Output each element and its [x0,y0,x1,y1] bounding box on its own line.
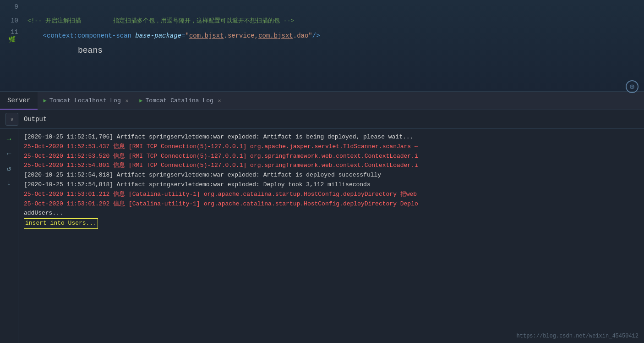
output-header: ∨ Output [0,110,644,129]
log-highlighted-text: insert into Users... [24,218,98,229]
tag-close: /> [312,32,320,39]
down-button[interactable]: ↓ [2,177,16,190]
log-line-7: 25-Oct-2020 11:53:01.292 信息 [Catalina-ut… [24,199,639,209]
tab-close-1[interactable]: ✕ [126,98,129,104]
code-editor: 9 10 <!-- 开启注解扫描 指定扫描多个包，用逗号隔开，这样配置可以避开不… [0,0,644,92]
refresh-button[interactable]: ↺ [2,162,16,176]
add-button[interactable]: ⊕ [626,80,639,93]
line-number-9: 9 [0,3,27,11]
log-line-5: [2020-10-25 11:52:54,818] Artifact sprin… [24,180,639,190]
tab-play-icon-2: ▶ [139,97,142,104]
beans-label: beans [0,44,644,55]
log-area[interactable]: [2020-10-25 11:52:51,706] Artifact sprin… [18,129,644,343]
line-number-10: 10 [0,17,27,24]
bottom-panel: Server ▶ Tomcat Localhost Log ✕ ▶ Tomcat… [0,92,644,343]
log-line-6: 25-Oct-2020 11:53:01.212 信息 [Catalina-ut… [24,190,639,199]
code-line-10: 10 <!-- 开启注解扫描 指定扫描多个包，用逗号隔开，这样配置可以避开不想扫… [0,14,644,28]
tab-play-icon-1: ▶ [43,97,46,104]
sidebar-buttons: → ← ↺ ↓ [0,129,18,343]
output-label: Output [24,116,47,123]
leaf-icon: 🌿 [8,36,16,43]
panel-layout: → ← ↺ ↓ [2020-10-25 11:52:51,706] Artifa… [0,129,644,343]
collapse-button[interactable]: ∨ [5,113,18,126]
watermark: https://blog.csdn.net/weixin_45450412 [517,333,639,339]
tab-tomcat-catalina-label: Tomcat Catalina Log [146,97,213,104]
tab-tomcat-localhost[interactable]: ▶ Tomcat Localhost Log ✕ [38,92,134,110]
attr-value: "com.bjsxt.service,com.bjsxt.dao" [185,32,312,39]
log-line-1: 25-Oct-2020 11:52:53.437 信息 [RMI TCP Con… [24,142,639,152]
code-line-9: 9 [0,0,644,14]
log-line-4: [2020-10-25 11:52:54,818] Artifact sprin… [24,171,639,180]
log-line-0: [2020-10-25 11:52:51,706] Artifact sprin… [24,133,639,142]
log-line-8: addUsers... [24,209,639,218]
log-line-3: 25-Oct-2020 11:52:54.801 信息 [RMI TCP Con… [24,161,639,171]
attr-base-package: base-package [135,32,181,39]
tab-server[interactable]: Server [0,92,38,110]
tab-tomcat-catalina[interactable]: ▶ Tomcat Catalina Log ✕ [134,92,226,110]
log-line-9: insert into Users... [24,218,639,229]
tag-open: <context:component-scan [27,32,135,39]
back-button[interactable]: ← [2,147,16,161]
tab-bar: Server ▶ Tomcat Localhost Log ✕ ▶ Tomcat… [0,92,644,110]
tab-close-2[interactable]: ✕ [218,98,221,104]
line-content-11: <context:component-scan base-package="co… [27,32,644,39]
tab-tomcat-localhost-label: Tomcat Localhost Log [49,97,121,104]
line-content-10: <!-- 开启注解扫描 指定扫描多个包，用逗号隔开，这样配置可以避开不想扫描的包… [27,17,644,25]
code-line-11: 11 🌿 <context:component-scan base-packag… [0,28,644,44]
run-button[interactable]: → [2,133,16,146]
line-number-11: 11 🌿 [0,28,27,43]
log-line-2: 25-Oct-2020 11:52:53.520 信息 [RMI TCP Con… [24,152,639,161]
